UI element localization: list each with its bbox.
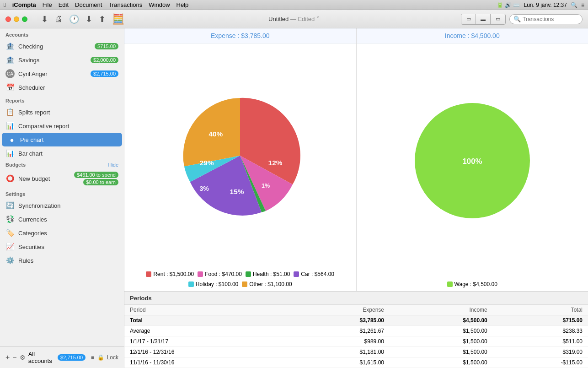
cyril-badge: $2,715.00 xyxy=(91,70,118,77)
budgets-hide-btn[interactable]: Hide xyxy=(108,162,118,168)
calculator-icon[interactable]: 🧮 xyxy=(112,13,124,25)
legend-color-car xyxy=(294,271,299,277)
sidebar-item-checking[interactable]: 🏦 Checking $715.00 xyxy=(0,39,124,53)
sidebar-item-securities[interactable]: 📈 Securities xyxy=(0,240,124,254)
menu-transactions[interactable]: Transactions xyxy=(108,1,142,8)
legend-health: Health : $51.00 xyxy=(246,271,290,277)
cell-expense: $1,615.00 xyxy=(286,357,390,368)
lock-label[interactable]: Lock xyxy=(107,354,118,361)
close-button[interactable] xyxy=(5,16,11,22)
remove-account-btn[interactable]: − xyxy=(12,353,16,362)
cell-income: $1,500.00 xyxy=(390,357,493,368)
cell-period: 12/1/16 - 12/31/16 xyxy=(124,347,286,357)
pie-label: Pie chart xyxy=(20,136,117,143)
sidebar-item-savings[interactable]: 🏦 Savings $2,000.00 xyxy=(0,53,124,67)
sidebar-item-currencies[interactable]: 💱 Currencies xyxy=(0,212,124,226)
traffic-lights xyxy=(5,16,27,22)
cell-income: $1,500.00 xyxy=(390,347,493,357)
pie-icon: ● xyxy=(7,135,16,144)
apple-menu[interactable]:  xyxy=(4,1,6,8)
view-btn-2[interactable]: ▬ xyxy=(476,14,491,24)
legend-label-car: Car : $564.00 xyxy=(301,271,334,277)
income-chart-body: 100% xyxy=(357,43,588,277)
search-icon: 🔍 xyxy=(513,16,521,22)
periods-section: Periods Period Expense Income Total Tota… xyxy=(124,292,588,368)
col-total: Total xyxy=(493,305,588,315)
table-row[interactable]: 1/1/17 - 1/31/17 $989.00 $1,500.00 $511.… xyxy=(124,336,588,347)
content-area: Expense : $3,785.00 xyxy=(124,28,588,368)
menu-window[interactable]: Window xyxy=(149,1,170,8)
menu-file[interactable]: File xyxy=(43,1,52,8)
budget-earn-badge: $0.00 to earn xyxy=(83,179,118,185)
view-btn-3[interactable]: ▭ xyxy=(491,14,505,24)
toolbar: ⬇ 🖨 🕐 ⬇ ⬆ 🧮 xyxy=(41,13,124,25)
sidebar: Accounts 🏦 Checking $715.00 🏦 Savings $2… xyxy=(0,28,124,368)
sidebar-item-splits[interactable]: 📋 Splits report xyxy=(0,105,124,119)
print-icon[interactable]: 🖨 xyxy=(54,14,63,24)
rules-icon: ⚙️ xyxy=(5,256,15,265)
comparative-icon: 📊 xyxy=(5,121,15,130)
table-row[interactable]: 12/1/16 - 12/31/16 $1,181.00 $1,500.00 $… xyxy=(124,347,588,357)
view-btn-1[interactable]: ▭ xyxy=(461,14,476,24)
cell-period: 1/1/17 - 1/31/17 xyxy=(124,336,286,347)
sidebar-item-bar[interactable]: 📊 Bar chart xyxy=(0,146,124,160)
search-input[interactable] xyxy=(523,16,578,22)
accounts-header: Accounts xyxy=(0,28,124,39)
app-name[interactable]: iCompta xyxy=(12,1,36,8)
toolbar-right: ▭ ▬ ▭ 🔍 xyxy=(461,14,583,25)
sidebar-item-categories[interactable]: 🏷️ Categories xyxy=(0,226,124,240)
sidebar-item-rules[interactable]: ⚙️ Rules xyxy=(0,254,124,267)
legend-color-holiday xyxy=(188,281,194,287)
budgets-header-row: Budgets Hide xyxy=(0,160,124,169)
cell-total: $715.00 xyxy=(493,315,588,326)
bar-label: Bar chart xyxy=(18,150,118,157)
checking-icon: 🏦 xyxy=(5,42,15,51)
menu-edit[interactable]: Edit xyxy=(59,1,69,8)
window-title: Untitled — Edited ˅ xyxy=(268,16,320,22)
periods-header: Periods xyxy=(124,292,588,305)
import-icon[interactable]: ⬇ xyxy=(86,14,92,24)
lock-icon[interactable]: 🔒 xyxy=(97,354,104,361)
legend-other: Other : $1,100.00 xyxy=(242,281,292,287)
legend-color-other xyxy=(242,281,247,287)
col-expense: Expense xyxy=(286,305,390,315)
sidebar-item-sync[interactable]: 🔄 Synchronization xyxy=(0,199,124,212)
download-icon[interactable]: ⬇ xyxy=(41,14,48,24)
sidebar-item-new-budget[interactable]: ⭕ New budget $461.00 to spend $0.00 to e… xyxy=(0,169,124,188)
cell-total: $511.00 xyxy=(493,336,588,347)
budget-icon: ⭕ xyxy=(5,174,15,183)
settings-gear-icon[interactable]: ⚙ xyxy=(20,354,26,361)
cell-total: $319.00 xyxy=(493,347,588,357)
table-row[interactable]: Total $3,785.00 $4,500.00 $715.00 xyxy=(124,315,588,326)
sidebar-item-scheduler[interactable]: 📅 Scheduler xyxy=(0,81,124,94)
menu-document[interactable]: Document xyxy=(75,1,102,8)
add-account-btn[interactable]: + xyxy=(5,353,10,362)
menu-help[interactable]: Help xyxy=(176,1,189,8)
label-rent: 40% xyxy=(209,130,223,138)
table-row[interactable]: Average $1,261.67 $1,500.00 $238.33 xyxy=(124,326,588,336)
savings-label: Savings xyxy=(18,57,87,64)
maximize-button[interactable] xyxy=(22,16,27,22)
label-holiday: 3% xyxy=(200,185,209,192)
table-row[interactable]: 11/1/16 - 11/30/16 $1,615.00 $1,500.00 -… xyxy=(124,357,588,368)
menu-list-icon[interactable]: ≡ xyxy=(581,2,584,8)
splits-label: Splits report xyxy=(18,109,118,116)
main-layout: Accounts 🏦 Checking $715.00 🏦 Savings $2… xyxy=(0,28,588,368)
cell-income: $4,500.00 xyxy=(390,315,493,326)
sidebar-item-comparative[interactable]: 📊 Comparative report xyxy=(0,119,124,133)
search-box[interactable]: 🔍 xyxy=(509,14,583,24)
income-chart-header: Income : $4,500.00 xyxy=(357,28,588,43)
sidebar-item-pie[interactable]: ● Pie chart xyxy=(2,133,122,146)
history-icon[interactable]: 🕐 xyxy=(69,14,79,24)
expense-legend: Rent : $1,500.00 Food : $470.00 Health :… xyxy=(124,267,356,291)
all-accounts-label: All accounts xyxy=(28,351,55,364)
sidebar-item-cyril[interactable]: CA Cyril Anger $2,715.00 xyxy=(0,67,124,81)
settings-header: Settings xyxy=(0,188,124,199)
export-icon[interactable]: ⬆ xyxy=(99,14,106,24)
income-chart-panel: Income : $4,500.00 100% Wage : $4,500.00 xyxy=(357,28,588,291)
search-menubar-icon[interactable]: 🔍 xyxy=(571,2,577,8)
categories-label: Categories xyxy=(18,230,118,237)
minimize-button[interactable] xyxy=(14,16,19,22)
menu-right: 🔋 🔊 ⌨️ Lun. 9 janv. 12:37 🔍 ≡ xyxy=(497,2,584,8)
currencies-label: Currencies xyxy=(18,216,118,223)
